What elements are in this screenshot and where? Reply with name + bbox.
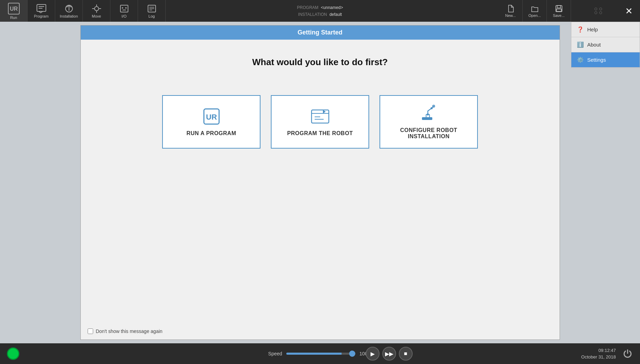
program-label: PROGRAM (297, 5, 318, 10)
nav-run[interactable]: UR Run (0, 0, 28, 22)
svg-point-7 (95, 7, 99, 11)
nav-log[interactable]: Log (138, 0, 166, 22)
program-robot-card[interactable]: PROGRAM THE ROBOT (271, 95, 369, 149)
step-forward-button[interactable]: ▶▶ (382, 347, 396, 361)
dialog-title: Getting Started (297, 29, 342, 36)
svg-text:UR: UR (10, 6, 18, 12)
menu-settings-label: Settings (587, 57, 606, 63)
top-nav-bar: UR Run Program Installation Move (0, 0, 640, 22)
run-program-icon: UR (201, 107, 222, 126)
main-area: Getting Started What would you like to d… (0, 22, 640, 343)
run-program-label: RUN A PROGRAM (187, 130, 236, 136)
speed-label: Speed (268, 351, 282, 356)
dialog-body: What would you like to do first? UR RUN … (81, 40, 560, 323)
close-button[interactable]: ✕ (621, 3, 637, 19)
configure-robot-card[interactable]: CONFIGURE ROBOT INSTALLATION (380, 95, 478, 149)
program-robot-icon (310, 107, 331, 126)
nav-program[interactable]: Program (28, 0, 55, 22)
file-actions: New... Open... Save... (499, 0, 571, 22)
playback-controls: ▶ ▶▶ ■ (366, 347, 413, 361)
open-label: Open... (528, 13, 541, 18)
getting-started-dialog: Getting Started What would you like to d… (80, 25, 560, 340)
settings-icon: ⚙️ (577, 57, 584, 63)
dropdown-menu: ❓ Help ℹ️ About ⚙️ Settings (571, 22, 640, 68)
svg-text:UR: UR (206, 113, 217, 121)
installation-label: INSTALLATION (298, 12, 327, 17)
run-program-card[interactable]: UR RUN A PROGRAM (162, 95, 260, 149)
dialog-question: What would you like to do first? (252, 57, 388, 68)
nav-log-label: Log (148, 14, 155, 18)
configure-robot-icon (419, 104, 439, 123)
svg-point-14 (125, 7, 127, 9)
menu-item-about[interactable]: ℹ️ About (571, 37, 640, 52)
nav-installation-label: Installation (60, 14, 78, 18)
new-button[interactable]: New... (499, 0, 523, 22)
svg-marker-29 (323, 110, 326, 113)
menu-item-settings[interactable]: ⚙️ Settings (571, 52, 640, 68)
nav-io-label: I/O (121, 14, 127, 18)
new-label: New... (505, 13, 516, 18)
nav-installation[interactable]: Installation (55, 0, 83, 22)
datetime-display: 09:12:47 October 31, 2018 (581, 347, 616, 361)
date-display: October 31, 2018 (581, 354, 616, 361)
dont-show-input[interactable] (88, 328, 93, 334)
nav-program-label: Program (34, 14, 48, 18)
speed-section: Speed 100% (268, 351, 372, 356)
nav-move-label: Move (92, 14, 101, 18)
nav-run-label: Run (10, 16, 17, 20)
stop-button[interactable]: ■ (399, 347, 413, 361)
action-buttons: UR RUN A PROGRAM PROGRAM THE ROBOT (162, 95, 478, 149)
open-button[interactable]: Open... (523, 0, 547, 22)
program-value: <unnamed> (321, 5, 343, 10)
power-off-button[interactable] (621, 347, 634, 361)
nav-move[interactable]: Move (83, 0, 110, 22)
dialog-header: Getting Started (81, 26, 560, 40)
dont-show-label: Don't show this message again (96, 328, 163, 334)
svg-point-32 (427, 113, 429, 115)
dont-show-checkbox[interactable]: Don't show this message again (88, 328, 163, 334)
speed-slider[interactable] (286, 353, 355, 355)
menu-about-label: About (587, 42, 601, 48)
program-robot-label: PROGRAM THE ROBOT (287, 130, 353, 136)
menu-help-label: Help (587, 27, 598, 32)
play-button[interactable]: ▶ (366, 347, 380, 361)
svg-point-33 (431, 107, 433, 109)
configure-robot-label: CONFIGURE ROBOT INSTALLATION (391, 127, 467, 140)
dialog-footer: Don't show this message again (81, 323, 560, 340)
save-button[interactable]: Save... (547, 0, 571, 22)
info-icon: ℹ️ (577, 41, 584, 48)
bottom-bar: Speed 100% ▶ ▶▶ ■ 09:12:47 October 31, 2… (0, 343, 640, 364)
svg-point-13 (122, 7, 123, 9)
program-info: PROGRAM <unnamed> INSTALLATION default (297, 4, 343, 18)
save-label: Save... (553, 13, 564, 18)
time-display: 09:12:47 (581, 347, 616, 354)
help-icon: ❓ (577, 26, 584, 33)
installation-value: default (329, 12, 342, 17)
power-status-indicator[interactable] (7, 347, 19, 360)
svg-rect-12 (120, 5, 128, 12)
svg-rect-21 (557, 6, 561, 8)
dots-grid (591, 4, 605, 18)
menu-item-help[interactable]: ❓ Help (571, 22, 640, 37)
svg-rect-22 (557, 9, 561, 11)
nav-io[interactable]: I/O (110, 0, 138, 22)
